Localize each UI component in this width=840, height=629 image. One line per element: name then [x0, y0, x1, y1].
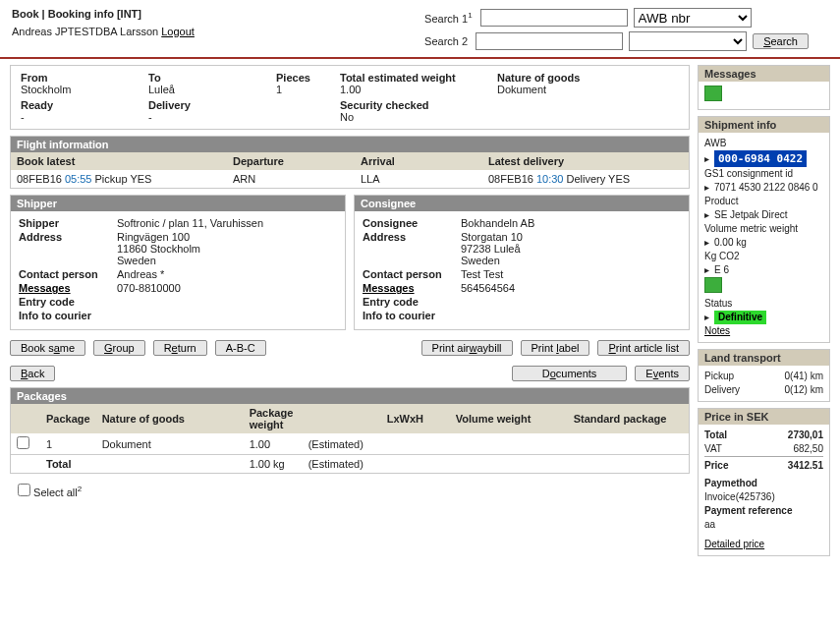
row-nature: Dokument	[96, 433, 244, 455]
consignee-entry-label: Entry code	[363, 296, 461, 308]
departure-value: ARN	[227, 170, 355, 188]
booksame-button[interactable]: Book same	[10, 340, 85, 356]
product-value: SE Jetpak Direct	[714, 209, 787, 220]
total-estimated: (Estimated)	[303, 455, 381, 474]
detailed-price-link[interactable]: Detailed price	[704, 539, 764, 549]
selectall-label: Select all	[33, 486, 78, 498]
consignee-addr1: Storgatan 10	[461, 231, 681, 243]
col-nature: Nature of goods	[96, 404, 244, 433]
shipper-addr2: 11860 Stockholm	[117, 243, 337, 255]
col-package: Package	[40, 404, 96, 433]
total-weight: 1.00 kg	[244, 455, 303, 474]
shipper-messages-link[interactable]: Messages	[19, 282, 71, 294]
shipper-contact-label: Contact person	[19, 268, 117, 280]
awb-value[interactable]: 000-6984 0422	[714, 150, 807, 167]
shipper-addr3: Sweden	[117, 255, 337, 266]
page-title: Book | Booking info [INT]	[12, 8, 195, 20]
status-value: Definitive	[714, 311, 766, 324]
back-button[interactable]: Back	[10, 366, 55, 381]
latdel-time: 10:30	[536, 173, 564, 185]
shipper-info-label: Info to courier	[19, 310, 91, 321]
payref-value: aa	[704, 518, 823, 532]
message-icon[interactable]	[704, 86, 722, 101]
print-airwaybill-button[interactable]: Print airwaybill	[421, 340, 513, 356]
weight-label: Total estimated weight	[340, 72, 487, 84]
logout-link[interactable]: Logout	[161, 26, 195, 37]
co2-value: E 6	[714, 264, 729, 275]
consignee-contact-value: Test Test	[461, 268, 681, 280]
arrival-value: LLA	[355, 170, 482, 188]
search1-select[interactable]: AWB nbr	[634, 8, 752, 28]
events-button[interactable]: Events	[635, 366, 690, 381]
consignee-value: Bokhandeln AB	[461, 217, 681, 229]
arrow-icon: ▸	[704, 311, 714, 324]
gs1-label: GS1 consignment id	[704, 167, 823, 181]
status-label: Status	[704, 297, 823, 311]
search1-input[interactable]	[480, 9, 628, 27]
col-weight: Package weight	[244, 404, 303, 433]
delivery-value: -	[148, 111, 266, 123]
consignee-info-label: Info to courier	[363, 310, 435, 321]
delivery2-value: 0(12) km	[785, 383, 823, 397]
search2-select[interactable]	[629, 31, 747, 51]
consignee-addr3: Sweden	[461, 255, 681, 266]
nature-value: Dokument	[497, 84, 635, 95]
latdel-tail: Delivery YES	[567, 173, 631, 185]
row-number: 1	[40, 433, 96, 455]
packages-header: Packages	[11, 388, 689, 404]
book-tail: Pickup YES	[95, 173, 152, 185]
vmw-value: 0.00 kg	[714, 237, 747, 248]
print-label-button[interactable]: Print label	[521, 340, 590, 356]
co2-label: Kg CO2	[704, 250, 823, 263]
table-row: 1 Dokument 1.00 (Estimated)	[11, 433, 689, 455]
consignee-label: Consignee	[363, 217, 461, 229]
row-checkbox[interactable]	[17, 436, 29, 449]
user-name: Andreas JPTESTDBA Larsson	[12, 26, 158, 37]
awb-label: AWB	[704, 137, 823, 150]
book-time: 05:55	[65, 173, 92, 185]
delivery-label: Delivery	[148, 99, 266, 111]
shipper-contact-value: Andreas *	[117, 268, 337, 280]
col-arrival: Arrival	[355, 152, 482, 170]
col-book-latest: Book latest	[11, 152, 227, 170]
print-articles-button[interactable]: Print article list	[597, 340, 690, 356]
shipment-info-header: Shipment info	[699, 117, 829, 133]
consignee-messages-link[interactable]: Messages	[363, 282, 415, 294]
vmw-label: Volume metric weight	[704, 222, 823, 236]
documents-button[interactable]: Documents	[512, 366, 628, 381]
shipper-header: Shipper	[11, 196, 345, 211]
ready-value: -	[21, 111, 139, 123]
col-latest-delivery: Latest delivery	[482, 152, 689, 170]
arrow-icon: ▸	[704, 263, 714, 277]
col-lwh: LxWxH	[381, 404, 450, 433]
pieces-value: 1	[276, 84, 330, 95]
pickup-label: Pickup	[704, 370, 734, 383]
weight-value: 1.00	[340, 84, 487, 95]
security-label: Security checked	[340, 99, 487, 111]
search-button[interactable]: Search	[753, 33, 809, 49]
to-value: Luleå	[148, 84, 266, 95]
arrow-icon: ▸	[704, 181, 714, 195]
search2-label: Search 2	[424, 35, 468, 47]
search2-input[interactable]	[476, 32, 623, 50]
abc-button[interactable]: A-B-C	[215, 340, 266, 356]
search-btn-rest: earch	[770, 35, 798, 47]
shipper-phone: 070-8810000	[117, 282, 337, 294]
selectall-checkbox[interactable]	[18, 484, 30, 496]
gs1-value: 7071 4530 2122 0846 0	[714, 182, 818, 193]
pickup-value: 0(41) km	[785, 370, 823, 383]
search-icon[interactable]	[704, 277, 722, 293]
total-label: Total	[40, 455, 244, 474]
shipper-addr-label: Address	[19, 231, 117, 266]
col-volume: Volume weight	[450, 404, 568, 433]
notes-link[interactable]: Notes	[704, 325, 730, 336]
consignee-contact-label: Contact person	[363, 268, 461, 280]
shipper-value: Softronic / plan 11, Varuhissen	[117, 217, 337, 229]
land-transport-header: Land transport	[699, 350, 829, 366]
return-button[interactable]: Return	[153, 340, 207, 356]
product-label: Product	[704, 195, 823, 208]
consignee-addr-label: Address	[363, 231, 461, 266]
group-button[interactable]: Group	[93, 340, 145, 356]
consignee-phone: 564564564	[461, 282, 681, 294]
price-label: Price	[704, 459, 728, 473]
